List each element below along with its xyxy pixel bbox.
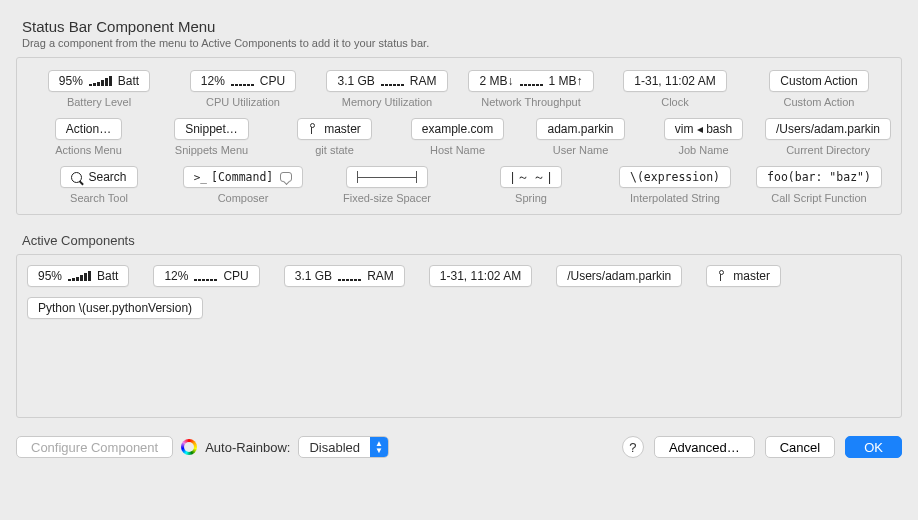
component-call-script-function[interactable]: foo(bar: "baz") [756, 166, 882, 188]
auto-rainbow-label: Auto-Rainbow: [205, 440, 290, 455]
component-host-name[interactable]: example.com [411, 118, 504, 140]
configure-component-button[interactable]: Configure Component [16, 436, 173, 458]
bars-icon [520, 76, 543, 86]
component-composer[interactable]: >_[Command] [183, 166, 304, 188]
bars-icon [194, 271, 217, 281]
git-branch-icon [717, 270, 727, 282]
component-text: 1-31, 11:02 AM [440, 269, 521, 283]
menu-item-clock: 1-31, 11:02 AMClock [603, 70, 747, 108]
component-text: [Command] [211, 170, 273, 184]
component-clock[interactable]: 1-31, 11:02 AM [623, 70, 726, 92]
component-text: 12% [164, 269, 188, 283]
component-text: 1 MB↑ [549, 74, 583, 88]
component-text: Search [88, 170, 126, 184]
page-title: Status Bar Component Menu [22, 18, 902, 35]
component-spring[interactable]: | ～ ～ | [500, 166, 562, 188]
component-text: master [733, 269, 770, 283]
menu-caption: Job Name [678, 144, 728, 156]
menu-item-snippets-menu: Snippet…Snippets Menu [150, 118, 273, 156]
menu-item-composer: >_[Command]Composer [171, 166, 315, 204]
component-text: /Users/adam.parkin [567, 269, 671, 283]
menu-item-call-script-function: foo(bar: "baz")Call Script Function [747, 166, 891, 204]
menu-caption: Search Tool [70, 192, 128, 204]
help-button[interactable]: ? [622, 436, 644, 458]
component-text: example.com [422, 122, 493, 136]
select-arrows-icon: ▲▼ [370, 437, 388, 457]
component-text: 2 MB↓ [479, 74, 513, 88]
menu-caption: Battery Level [67, 96, 131, 108]
advanced-button[interactable]: Advanced… [654, 436, 755, 458]
bars-icon [89, 76, 112, 86]
menu-item-fixed-size-spacer: Fixed-size Spacer [315, 166, 459, 204]
bars-icon [338, 271, 361, 281]
component-git-state[interactable]: master [706, 265, 781, 287]
menu-item-job-name: vim ◂ bashJob Name [642, 118, 765, 156]
auto-rainbow-select[interactable]: Disabled ▲▼ [298, 436, 389, 458]
component-fixed-size-spacer[interactable] [346, 166, 428, 188]
menu-item-current-directory: /Users/adam.parkinCurrent Directory [765, 118, 891, 156]
menu-item-actions-menu: Action…Actions Menu [27, 118, 150, 156]
component-text: \(expression) [630, 170, 720, 184]
menu-item-memory-utilization: 3.1 GBRAMMemory Utilization [315, 70, 459, 108]
component-python-version[interactable]: Python \(user.pythonVersion) [27, 297, 203, 319]
component-text: CPU [260, 74, 285, 88]
active-components-panel[interactable]: 95%Batt12%CPU3.1 GBRAM1-31, 11:02 AM/Use… [16, 254, 902, 418]
component-text: 1-31, 11:02 AM [634, 74, 715, 88]
search-icon [71, 172, 82, 183]
rainbow-icon [181, 439, 197, 455]
component-actions-menu[interactable]: Action… [55, 118, 122, 140]
menu-caption: Interpolated String [630, 192, 720, 204]
auto-rainbow-value: Disabled [299, 440, 370, 455]
component-text: 3.1 GB [337, 74, 374, 88]
component-memory-utilization[interactable]: 3.1 GBRAM [326, 70, 447, 92]
component-cpu-utilization[interactable]: 12%CPU [190, 70, 296, 92]
menu-caption: git state [315, 144, 354, 156]
prompt-icon: >_ [194, 171, 207, 184]
menu-caption: CPU Utilization [206, 96, 280, 108]
git-branch-icon [308, 123, 318, 135]
menu-caption: Actions Menu [55, 144, 122, 156]
menu-item-search-tool: SearchSearch Tool [27, 166, 171, 204]
cancel-button[interactable]: Cancel [765, 436, 835, 458]
ok-button[interactable]: OK [845, 436, 902, 458]
component-text: vim ◂ bash [675, 122, 732, 136]
component-text: Action… [66, 122, 111, 136]
component-network-throughput[interactable]: 2 MB↓1 MB↑ [468, 70, 593, 92]
component-text: master [324, 122, 361, 136]
component-text: RAM [367, 269, 394, 283]
component-battery-level[interactable]: 95%Batt [48, 70, 150, 92]
component-interpolated-string[interactable]: \(expression) [619, 166, 731, 188]
component-text: | ～ ～ | [511, 169, 551, 186]
component-text: foo(bar: "baz") [767, 170, 871, 184]
component-job-name[interactable]: vim ◂ bash [664, 118, 743, 140]
component-text: Custom Action [780, 74, 857, 88]
menu-caption: Spring [515, 192, 547, 204]
component-current-directory[interactable]: /Users/adam.parkin [556, 265, 682, 287]
component-text: 3.1 GB [295, 269, 332, 283]
component-text: adam.parkin [547, 122, 613, 136]
component-custom-action[interactable]: Custom Action [769, 70, 868, 92]
component-snippets-menu[interactable]: Snippet… [174, 118, 249, 140]
active-components-label: Active Components [22, 233, 902, 248]
menu-item-custom-action: Custom ActionCustom Action [747, 70, 891, 108]
component-cpu-utilization[interactable]: 12%CPU [153, 265, 259, 287]
component-current-directory[interactable]: /Users/adam.parkin [765, 118, 891, 140]
component-battery-level[interactable]: 95%Batt [27, 265, 129, 287]
component-search-tool[interactable]: Search [60, 166, 137, 188]
menu-caption: Memory Utilization [342, 96, 432, 108]
menu-caption: Call Script Function [771, 192, 866, 204]
speech-bubble-icon [280, 172, 292, 182]
menu-caption: Fixed-size Spacer [343, 192, 431, 204]
component-user-name[interactable]: adam.parkin [536, 118, 624, 140]
menu-caption: Snippets Menu [175, 144, 248, 156]
component-text: RAM [410, 74, 437, 88]
bars-icon [68, 271, 91, 281]
component-git-state[interactable]: master [297, 118, 372, 140]
menu-item-host-name: example.comHost Name [396, 118, 519, 156]
menu-caption: Host Name [430, 144, 485, 156]
component-clock[interactable]: 1-31, 11:02 AM [429, 265, 532, 287]
menu-item-spring: | ～ ～ |Spring [459, 166, 603, 204]
component-memory-utilization[interactable]: 3.1 GBRAM [284, 265, 405, 287]
component-text: CPU [223, 269, 248, 283]
component-text: Python \(user.pythonVersion) [38, 301, 192, 315]
